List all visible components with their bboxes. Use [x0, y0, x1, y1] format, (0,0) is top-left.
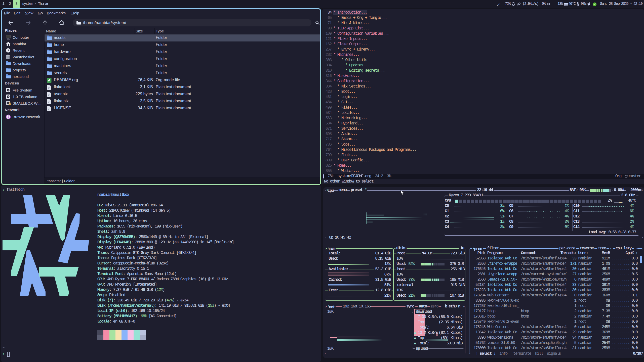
- svg-text:z: z: [498, 3, 499, 6]
- svg-text:z: z: [497, 4, 498, 6]
- svg-text:z: z: [500, 2, 501, 5]
